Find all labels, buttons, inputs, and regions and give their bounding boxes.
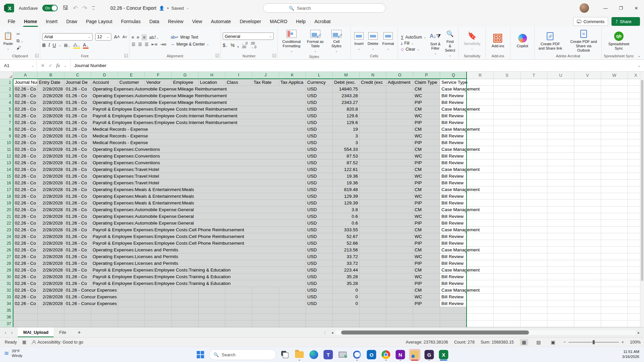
grid-cell[interactable]	[601, 320, 628, 327]
grid-cell[interactable]	[467, 139, 494, 146]
grid-cell[interactable]: Payroll & Employee Expenses:Employee Cos…	[91, 280, 306, 287]
grid-cell[interactable]	[521, 307, 547, 314]
grid-cell[interactable]: Operating Expenses:Automobile Expense:Mi…	[91, 93, 306, 99]
grid-cell[interactable]	[333, 307, 360, 314]
grid-cell[interactable]	[521, 287, 547, 294]
grid-cell[interactable]	[386, 294, 413, 300]
number-format-combo[interactable]: General⌄	[223, 33, 274, 40]
grid-cell[interactable]	[601, 253, 628, 260]
grid-cell[interactable]: WC	[413, 173, 440, 180]
grid-cell[interactable]: Bill Review	[440, 253, 467, 260]
grid-cell[interactable]	[386, 314, 413, 320]
grid-cell[interactable]: Payroll & Employee Expenses:Employee Cos…	[91, 113, 306, 119]
grid-cell[interactable]: CM	[413, 86, 440, 93]
grid-cell[interactable]: 2/28/2028	[38, 180, 64, 186]
grid-cell[interactable]: 02.26 - Co	[13, 213, 38, 220]
grid-cell[interactable]	[521, 314, 547, 320]
grid-cell[interactable]	[386, 320, 413, 327]
row-header-7[interactable]: 7	[0, 119, 13, 126]
customize-qat-icon[interactable]: ⌄	[92, 6, 95, 10]
grid-cell[interactable]: Account	[91, 79, 118, 86]
grid-cell[interactable]	[360, 186, 386, 193]
grid-cell[interactable]	[547, 133, 574, 139]
grid-cell[interactable]: USD	[306, 267, 333, 274]
grid-cell[interactable]: 01.26 - Co	[64, 274, 91, 280]
grid-cell[interactable]: 02.26 - Co	[13, 99, 38, 106]
prev-sheet-icon[interactable]: ‹	[5, 330, 6, 335]
grid-cell[interactable]	[386, 146, 413, 153]
grid-cell[interactable]	[360, 294, 386, 300]
row-header-16[interactable]: 16	[0, 180, 13, 186]
grid-cell[interactable]: 02.26 - Co	[13, 274, 38, 280]
grid-cell[interactable]	[494, 240, 521, 247]
grid-cell[interactable]: Tax Rate	[252, 79, 279, 86]
grid-cell[interactable]: 02.26 - Co	[13, 186, 38, 193]
column-header-I[interactable]: I	[225, 72, 252, 79]
grid-cell[interactable]	[360, 93, 386, 99]
grid-cell[interactable]	[199, 307, 225, 314]
grid-cell[interactable]	[547, 294, 574, 300]
grid-cell[interactable]	[64, 320, 91, 327]
grid-cell[interactable]	[494, 206, 521, 213]
grid-cell[interactable]: Operating Expenses:Meals & Entertainment…	[91, 200, 306, 206]
title-search-box[interactable]: 🔍 Search	[263, 3, 386, 13]
font-size-combo[interactable]: 12⌄	[95, 33, 111, 41]
grid-cell[interactable]	[574, 186, 601, 193]
new-sheet-button[interactable]: +	[77, 329, 80, 336]
grid-cell[interactable]: WC	[413, 274, 440, 280]
grid-cell[interactable]	[601, 274, 628, 280]
grid-cell[interactable]	[521, 146, 547, 153]
grid-cell[interactable]	[252, 294, 279, 300]
grid-cell[interactable]	[494, 247, 521, 253]
row-header-19[interactable]: 19	[0, 200, 13, 206]
grid-cell[interactable]: USD	[306, 260, 333, 267]
grid-cell[interactable]: 87.53	[333, 153, 360, 160]
grid-cell[interactable]	[494, 99, 521, 106]
grid-cell[interactable]: PIP	[413, 280, 440, 287]
grid-cell[interactable]	[360, 106, 386, 113]
grid-cell[interactable]	[440, 307, 467, 314]
column-header-O[interactable]: O	[386, 72, 413, 79]
grid-cell[interactable]: 01.26 - Co	[64, 186, 91, 193]
grid-cell[interactable]: 0	[333, 287, 360, 294]
grid-cell[interactable]: PIP	[413, 160, 440, 166]
grid-cell[interactable]	[574, 247, 601, 253]
redo-icon[interactable]: ↷	[83, 5, 87, 12]
enter-icon[interactable]: ✓	[49, 63, 52, 68]
grid-cell[interactable]: 02.26 - Co	[13, 253, 38, 260]
grid-cell[interactable]: Bill Review	[440, 99, 467, 106]
grid-cell[interactable]: Bill Review	[440, 260, 467, 267]
grid-cell[interactable]: 01.26 - Co	[64, 180, 91, 186]
column-header-T[interactable]: T	[521, 72, 547, 79]
grid-cell[interactable]	[494, 193, 521, 200]
spreadsheet-sync-button[interactable]: qbSpreadsheet Sync	[604, 31, 634, 51]
grid-cell[interactable]: 02.26 - Co	[13, 260, 38, 267]
grid-cell[interactable]: Operating Expenses:Automobile Expense:Ge…	[91, 213, 306, 220]
grid-cell[interactable]	[601, 220, 628, 227]
grid-cell[interactable]	[279, 314, 306, 320]
grid-cell[interactable]: Payroll & Employee Expenses:Employee Cos…	[91, 233, 306, 240]
grid-cell[interactable]	[467, 220, 494, 227]
grid-cell[interactable]: PIP	[413, 139, 440, 146]
grid-cell[interactable]: Location	[199, 79, 225, 86]
grid-cell[interactable]	[547, 220, 574, 227]
grid-cell[interactable]: Credit (exc	[360, 79, 386, 86]
grid-cell[interactable]: 0.6	[333, 220, 360, 227]
grid-cell[interactable]	[601, 307, 628, 314]
outlook-icon[interactable]: O	[366, 349, 377, 360]
grid-cell[interactable]: 2/28/2028	[38, 220, 64, 227]
autosum-button[interactable]: ∑AutoSum⌄	[400, 35, 427, 40]
excel-icon[interactable]: X	[438, 349, 449, 360]
column-header-W[interactable]: W	[601, 72, 628, 79]
grid-cell[interactable]	[413, 307, 440, 314]
grid-cell[interactable]	[467, 79, 494, 86]
row-header-2[interactable]: 2	[0, 86, 13, 93]
grid-cell[interactable]: 02.26 - Co	[13, 200, 38, 206]
grid-cell[interactable]: Adjustment	[386, 79, 413, 86]
grid-cell[interactable]	[494, 86, 521, 93]
format-cells-button[interactable]: Format⌄	[381, 30, 395, 52]
horizontal-scrollbar[interactable]: ⋮ ◂ ▸	[323, 329, 641, 336]
grid-cell[interactable]	[13, 320, 38, 327]
grid-cell[interactable]	[601, 227, 628, 233]
grid-cell[interactable]	[494, 294, 521, 300]
